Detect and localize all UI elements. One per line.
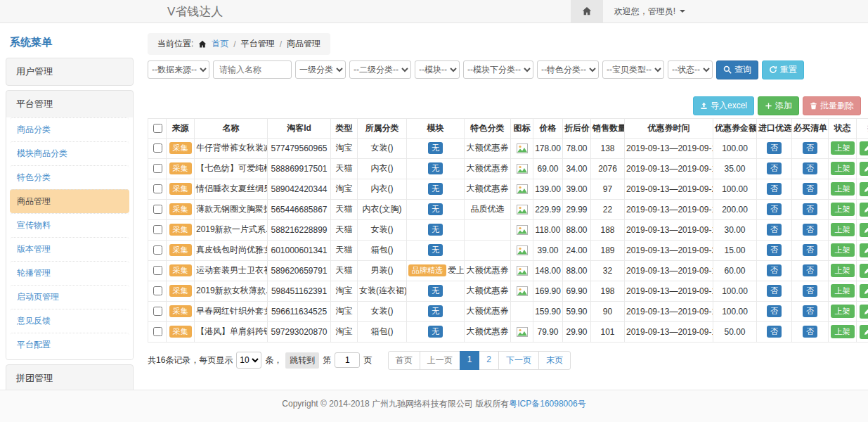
status-badge[interactable]: 上架 [831,203,855,216]
row-checkbox[interactable] [153,266,162,275]
must-buy-toggle[interactable]: 否 [803,142,817,154]
edit-button[interactable] [860,203,868,217]
must-buy-toggle[interactable]: 否 [803,162,817,174]
page-button[interactable]: 1 [460,351,480,370]
filter-select-module[interactable]: --模块-- [415,60,460,79]
filter-select-data-source[interactable]: --数据来源-- [148,60,209,79]
import-select-toggle[interactable]: 否 [767,305,782,317]
sidebar-item[interactable]: 启动页管理 [10,285,129,309]
sidebar-item[interactable]: 轮播管理 [10,261,129,285]
sidebar-group-header[interactable]: 拼团管理 [6,365,133,390]
filter-select-level2-category[interactable]: --二级分类-- [349,60,411,79]
import-select-toggle[interactable]: 否 [767,264,782,276]
status-badge[interactable]: 上架 [831,305,855,318]
import-select-toggle[interactable]: 否 [767,142,782,154]
row-checkbox[interactable] [153,164,162,173]
filter-select-item-type[interactable]: --宝贝类型-- [602,60,664,79]
module-badge[interactable]: 无 [428,183,443,195]
breadcrumb-home-link[interactable]: 首页 [212,38,228,50]
edit-button[interactable] [860,223,868,237]
sidebar-group-header[interactable]: 平台管理 [6,91,133,117]
must-buy-toggle[interactable]: 否 [803,326,817,338]
import-select-toggle[interactable]: 否 [767,183,782,195]
status-badge[interactable]: 上架 [831,182,855,196]
row-checkbox[interactable] [153,143,162,153]
icp-link[interactable]: 粤ICP备16098006号 [509,399,585,409]
row-checkbox[interactable] [153,245,162,255]
sidebar-item[interactable]: 商品分类 [10,117,129,141]
sidebar-item[interactable]: 特色分类 [10,165,129,189]
jump-page-input[interactable] [335,352,360,368]
import-select-toggle[interactable]: 否 [767,203,782,215]
page-button[interactable]: 下一页 [498,351,539,370]
row-checkbox[interactable] [153,184,162,193]
status-badge[interactable]: 上架 [831,223,855,236]
row-checkbox[interactable] [153,327,162,336]
module-badge[interactable]: 无 [428,244,443,256]
sidebar-item[interactable]: 平台配置 [10,333,129,357]
jump-button[interactable]: 跳转到 [285,352,319,369]
sidebar-item[interactable]: 意见反馈 [10,309,129,333]
sidebar-item[interactable]: 版本管理 [10,237,129,261]
edit-button[interactable] [860,325,868,339]
import-select-toggle[interactable]: 否 [767,285,782,297]
must-buy-toggle[interactable]: 否 [803,285,817,297]
reset-button[interactable]: 重置 [762,60,804,79]
must-buy-toggle[interactable]: 否 [803,305,817,317]
module-badge[interactable]: 品牌精选 [408,264,446,276]
must-buy-toggle[interactable]: 否 [803,224,817,236]
edit-button[interactable] [860,305,868,319]
import-excel-button[interactable]: 导入excel [693,96,754,115]
module-badge[interactable]: 无 [428,305,443,317]
status-badge[interactable]: 上架 [831,325,855,338]
edit-button[interactable] [860,284,868,298]
row-checkbox[interactable] [153,307,162,316]
row-checkbox[interactable] [153,205,162,214]
user-menu[interactable]: 欢迎您，管理员! [603,6,692,18]
edit-button[interactable] [860,141,868,155]
status-badge[interactable]: 上架 [831,264,855,277]
import-select-toggle[interactable]: 否 [767,162,782,174]
sidebar-item[interactable]: 模块商品分类 [10,141,129,165]
row-checkbox[interactable] [153,225,162,234]
edit-button[interactable] [860,243,868,257]
status-badge[interactable]: 上架 [831,162,855,175]
page-button[interactable]: 2 [479,351,499,370]
edit-button[interactable] [860,182,868,196]
edit-button[interactable] [860,162,868,176]
sidebar-item[interactable]: 宣传物料 [10,213,129,237]
page-button[interactable]: 末页 [538,351,571,370]
filter-select-status[interactable]: --状态-- [668,60,713,79]
edit-button[interactable] [860,264,868,278]
module-badge[interactable]: 无 [428,224,443,236]
filter-select-feature-category[interactable]: --特色分类-- [537,60,599,79]
module-badge[interactable]: 无 [428,162,443,174]
must-buy-toggle[interactable]: 否 [803,264,817,276]
must-buy-toggle[interactable]: 否 [803,244,817,256]
import-select-toggle[interactable]: 否 [767,224,782,236]
search-input[interactable] [213,60,292,79]
module-badge[interactable]: 无 [428,142,443,154]
home-button[interactable] [571,0,603,23]
must-buy-toggle[interactable]: 否 [803,183,817,195]
status-badge[interactable]: 上架 [831,284,855,298]
status-badge[interactable]: 上架 [831,243,855,257]
page-button[interactable]: 首页 [388,351,420,370]
sidebar-group-header[interactable]: 用户管理 [6,58,133,85]
page-button[interactable]: 上一页 [420,351,460,370]
module-badge[interactable]: 无 [428,285,443,297]
row-checkbox[interactable] [153,286,162,295]
page-size-select[interactable]: 10 [236,352,261,369]
module-badge[interactable]: 无 [428,203,443,215]
import-select-toggle[interactable]: 否 [767,326,782,338]
query-button[interactable]: 查询 [716,60,758,79]
module-badge[interactable]: 无 [428,326,443,338]
filter-select-module-subcategory[interactable]: --模块下分类-- [463,60,533,79]
status-badge[interactable]: 上架 [831,141,855,155]
select-all-checkbox[interactable] [153,124,162,133]
filter-select-level1-category[interactable]: 一级分类 [295,60,346,79]
must-buy-toggle[interactable]: 否 [803,203,817,215]
batch-delete-button[interactable]: 批量删除 [803,96,861,115]
import-select-toggle[interactable]: 否 [767,244,782,256]
add-button[interactable]: 添加 [758,96,799,115]
